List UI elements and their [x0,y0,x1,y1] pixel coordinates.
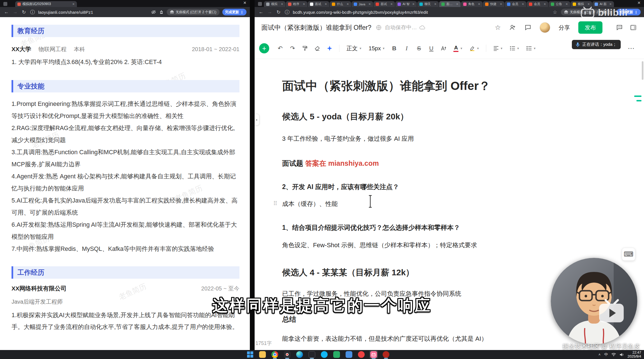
window-close-icon[interactable]: ✕ [243,1,246,5]
forward-icon[interactable]: → [267,9,273,15]
taskbar-icon-music[interactable] [357,350,366,359]
taskbar-icon-player[interactable] [382,350,390,359]
sidebar-expand-handle[interactable]: ▸ [255,114,259,126]
browser-tab[interactable]: Java ✕ [351,1,373,7]
browser-tab[interactable]: 模拟 ✕ [264,1,286,7]
doc-visibility-icon[interactable] [376,25,382,30]
doc-h1[interactable]: 面试中（紧张刺激版）谁能拿到 Offer？ [282,78,563,94]
eye-slash-icon[interactable] [151,10,156,15]
tab-close-icon[interactable]: ✕ [588,3,590,6]
ai-assistant-icon[interactable] [324,43,335,54]
scrollbar-thumb[interactable] [642,61,643,80]
browser-tab[interactable]: 面试 ✕ [308,1,329,7]
bullet-list-dropdown[interactable]: ▾ [507,43,522,54]
doc-answer-1[interactable]: 角色设定、Few-Shot 示例、思维链（少样本和零样本）；特定格式要求 [282,241,563,249]
back-icon[interactable]: ← [258,9,264,15]
tab-close-icon[interactable]: ✕ [369,3,371,6]
doc-h2-candidate5[interactable]: 候选人 5 - yoda（目标月薪 20k） [282,111,563,122]
italic-button[interactable]: I [401,43,412,54]
taskbar-icon-chrome[interactable] [271,350,279,359]
site-info-icon[interactable]: ⓘ [29,9,36,15]
sidebar-layout-icon[interactable] [630,24,637,31]
browser-tab[interactable]: 会员 ✕ [505,1,526,7]
taskbar-icon-cloud-drive[interactable] [345,350,353,359]
bookmark-star-icon[interactable]: ☆ [552,9,558,15]
taskbar-clock[interactable]: 22:47 2025/9/4 [627,351,641,358]
comment-icon[interactable] [524,24,531,31]
strikethrough-button[interactable]: S [414,43,424,54]
tab-close-icon[interactable]: ✕ [456,3,458,6]
font-size-dropdown[interactable]: 15px ▾ [366,43,387,54]
taskbar-icon-wechat[interactable] [332,350,341,359]
browser-tab[interactable]: 什么 ✕ [330,1,351,7]
browser-tab[interactable]: 模拟面试20250903 ✕ [15,1,77,7]
update-menu-icon[interactable]: ⋮ [240,10,244,14]
bold-button[interactable]: B [389,43,399,54]
tab-close-icon[interactable]: ✕ [478,3,480,6]
doc-h3-interview[interactable]: 面试题 答案在 mianshiya.com [282,159,563,168]
tab-close-icon[interactable]: ✕ [347,3,349,6]
text-size-icon[interactable] [438,43,449,54]
taskbar-icon-edge[interactable] [295,350,304,359]
doc-paragraph[interactable]: 3 年工作经验，电子签约业务，做过很多 AI 应用 [282,134,563,143]
ime-indicator[interactable]: 中 [604,352,608,357]
forward-icon[interactable]: → [12,9,18,15]
browser-tab[interactable]: 面试 ✕ [373,1,395,7]
answers-link[interactable]: 答案在 mianshiya.com [305,159,379,167]
taskbar-icon-bilibili[interactable] [369,350,378,359]
taskbar-icon-editor[interactable] [308,350,316,359]
update-button[interactable]: 完成更新 ⋮ [222,9,247,15]
tab-close-icon[interactable]: ✕ [281,3,283,6]
user-avatar[interactable] [540,22,550,33]
taskbar-icon-qq[interactable] [320,350,328,359]
back-icon[interactable]: ← [3,9,10,15]
favorite-star-icon[interactable]: ☆ [495,24,501,31]
format-painter-icon[interactable] [300,43,310,54]
doc-question-2[interactable]: 2、开发 AI 应用时，应该有哪些关注点？ [282,183,563,191]
ordered-list-dropdown[interactable]: ▾ [524,43,538,54]
doc-summary-text[interactable]: 能拿这个薪资，表达能力不错，但是技术的广度还可以再优化（尤其是 AI） [282,334,563,343]
tab-close-icon[interactable]: ✕ [544,3,546,6]
ai-chat-icon[interactable] [616,24,623,31]
taskbar-icon-folder[interactable] [258,350,267,359]
share-button[interactable]: 分享 [559,24,570,31]
tab-close-icon[interactable]: ✕ [390,3,393,6]
browser-tab[interactable]: 角色 ✕ [461,1,483,7]
toolbar-more-icon[interactable]: ⋯ [628,44,634,52]
keyboard-toggle-button[interactable]: ⌨ [622,248,635,261]
volume-icon[interactable] [620,353,624,356]
doc-h2-candidate4[interactable]: 候选人 4 - 某某某（目标月薪 12k） [282,267,563,278]
browser-tab[interactable]: 公告 ✕ [549,1,570,7]
align-dropdown[interactable]: ▾ [490,43,505,54]
window-close-icon[interactable]: ✕ [637,1,641,5]
site-info-icon[interactable]: ⓘ [284,9,290,15]
extensions-puzzle-icon[interactable] [159,10,164,15]
drag-handle-icon[interactable]: ⠿ [273,200,277,207]
tab-close-icon[interactable]: ✕ [566,3,568,6]
browser-tab[interactable]: 程序 ✕ [286,1,307,7]
doc-question-1[interactable]: 1、结合项目介绍提示词优化技巧？怎么选择少样本和零样本？ [282,223,563,232]
browser-tab[interactable]: 面试中 ✕ [439,1,461,7]
eraser-icon[interactable] [312,43,323,54]
paragraph-style-dropdown[interactable]: 正文 ▾ [344,43,364,54]
tab-close-icon[interactable]: ✕ [609,3,612,6]
reload-icon[interactable]: ↻ [275,9,282,15]
doc-answer-2[interactable]: 成本（缓存）、性能 [282,199,563,208]
highlight-color-dropdown[interactable]: ▾ [467,43,481,54]
tab-close-icon[interactable]: ✕ [412,3,415,6]
insert-plus-button[interactable]: + [259,43,269,53]
browser-tab[interactable]: AI 智 ✕ [395,1,417,7]
tab-close-icon[interactable]: ✕ [72,3,75,6]
browser-tab[interactable]: 会员 ✕ [527,1,548,7]
browser-tab[interactable]: 聊天 ✕ [417,1,439,7]
wifi-icon[interactable] [611,353,616,356]
taskbar-icon-recorder[interactable] [283,350,291,359]
browser-tab[interactable]: 快捷 ✕ [483,1,504,7]
redo-icon[interactable]: ↷ [287,43,298,54]
tray-expand-icon[interactable]: ˄ [599,353,601,357]
tab-close-icon[interactable]: ✕ [325,3,327,6]
tab-close-icon[interactable]: ✕ [434,3,437,6]
tab-close-icon[interactable]: ✕ [500,3,502,6]
tab-close-icon[interactable]: ✕ [303,3,305,6]
url-text[interactable]: laoyujianli.com/share/ui8Pz1 [38,10,93,15]
